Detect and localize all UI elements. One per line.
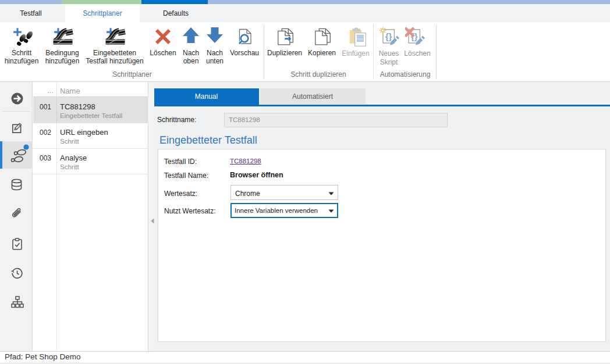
svg-text:{}: {} xyxy=(385,31,392,41)
